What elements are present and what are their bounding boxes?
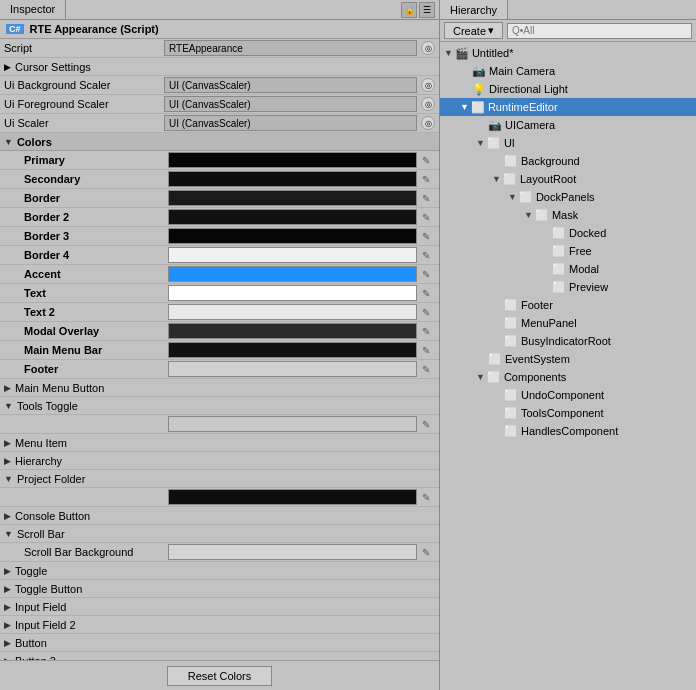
ui-scaler-value[interactable]: UI (CanvasScaler) bbox=[164, 115, 417, 131]
hierarchy-free[interactable]: ⬜ Free bbox=[440, 242, 696, 260]
button2-header[interactable]: ▶ Button 2 bbox=[0, 652, 439, 660]
hierarchy-docked[interactable]: ⬜ Docked bbox=[440, 224, 696, 242]
busy-indicator-label: BusyIndicatorRoot bbox=[521, 335, 611, 347]
color-border4-swatch[interactable] bbox=[168, 247, 417, 263]
search-box[interactable] bbox=[507, 23, 692, 39]
color-border-swatch[interactable] bbox=[168, 190, 417, 206]
color-footer-row: Footer ✎ bbox=[0, 360, 439, 379]
color-secondary-edit[interactable]: ✎ bbox=[417, 171, 435, 187]
color-modal-row: Modal Overlay ✎ bbox=[0, 322, 439, 341]
lock-button[interactable]: 🔒 bbox=[401, 2, 417, 18]
ui-bg-target[interactable]: ◎ bbox=[421, 78, 435, 92]
scroll-bar-bg-label: Scroll Bar Background bbox=[8, 546, 168, 558]
toggle-btn-tri: ▶ bbox=[4, 584, 11, 594]
button-header[interactable]: ▶ Button bbox=[0, 634, 439, 652]
cursor-settings-row[interactable]: ▶ Cursor Settings bbox=[0, 58, 439, 76]
project-folder-swatch[interactable] bbox=[168, 489, 417, 505]
ui-scaler-label: Ui Scaler bbox=[4, 117, 164, 129]
hierarchy-item-header[interactable]: ▶ Hierarchy bbox=[0, 452, 439, 470]
color-border4-edit[interactable]: ✎ bbox=[417, 247, 435, 263]
scroll-bar-header[interactable]: ▼ Scroll Bar bbox=[0, 525, 439, 543]
color-modal-swatch[interactable] bbox=[168, 323, 417, 339]
project-folder-edit[interactable]: ✎ bbox=[417, 489, 435, 505]
script-target-btn[interactable]: ◎ bbox=[421, 41, 435, 55]
color-text2-swatch[interactable] bbox=[168, 304, 417, 320]
hierarchy-main-camera[interactable]: 📷 Main Camera bbox=[440, 62, 696, 80]
menu-item-header[interactable]: ▶ Menu Item bbox=[0, 434, 439, 452]
color-accent-swatch[interactable] bbox=[168, 266, 417, 282]
inspector-tab[interactable]: Inspector bbox=[0, 0, 66, 19]
button-tri: ▶ bbox=[4, 638, 11, 648]
color-border3-swatch[interactable] bbox=[168, 228, 417, 244]
tools-toggle-header[interactable]: ▼ Tools Toggle bbox=[0, 397, 439, 415]
color-border2-edit[interactable]: ✎ bbox=[417, 209, 435, 225]
color-secondary-swatch[interactable] bbox=[168, 171, 417, 187]
handles-icon: ⬜ bbox=[504, 424, 518, 438]
hierarchy-footer[interactable]: ⬜ Footer bbox=[440, 296, 696, 314]
colors-section-header[interactable]: ▼ Colors bbox=[0, 133, 439, 151]
color-text-edit[interactable]: ✎ bbox=[417, 285, 435, 301]
color-border3-edit[interactable]: ✎ bbox=[417, 228, 435, 244]
toggle-header[interactable]: ▶ Toggle bbox=[0, 562, 439, 580]
scene-icon: 🎬 bbox=[455, 46, 469, 60]
ui-fg-value[interactable]: UI (CanvasScaler) bbox=[164, 96, 417, 112]
hierarchy-busy-indicator[interactable]: ⬜ BusyIndicatorRoot bbox=[440, 332, 696, 350]
hierarchy-background[interactable]: ⬜ Background bbox=[440, 152, 696, 170]
hierarchy-uicamera[interactable]: 📷 UICamera bbox=[440, 116, 696, 134]
color-border2-swatch[interactable] bbox=[168, 209, 417, 225]
hierarchy-handles-component[interactable]: ⬜ HandlesComponent bbox=[440, 422, 696, 440]
hierarchy-modal[interactable]: ⬜ Modal bbox=[440, 260, 696, 278]
color-text2-edit[interactable]: ✎ bbox=[417, 304, 435, 320]
project-folder-header[interactable]: ▼ Project Folder bbox=[0, 470, 439, 488]
input-field-header[interactable]: ▶ Input Field bbox=[0, 598, 439, 616]
color-modal-edit[interactable]: ✎ bbox=[417, 323, 435, 339]
color-accent-edit[interactable]: ✎ bbox=[417, 266, 435, 282]
input-field2-header[interactable]: ▶ Input Field 2 bbox=[0, 616, 439, 634]
color-mainmenu-swatch[interactable] bbox=[168, 342, 417, 358]
hierarchy-preview[interactable]: ⬜ Preview bbox=[440, 278, 696, 296]
reset-bar: Reset Colors bbox=[0, 660, 439, 690]
create-button[interactable]: Create ▾ bbox=[444, 22, 503, 39]
color-text-swatch[interactable] bbox=[168, 285, 417, 301]
hierarchy-ui[interactable]: ▼ ⬜ UI bbox=[440, 134, 696, 152]
hierarchy-dock-panels[interactable]: ▼ ⬜ DockPanels bbox=[440, 188, 696, 206]
script-value[interactable]: RTEAppearance bbox=[164, 40, 417, 56]
hierarchy-directional-light[interactable]: 💡 Directional Light bbox=[440, 80, 696, 98]
menu-panel-label: MenuPanel bbox=[521, 317, 577, 329]
hierarchy-layout-root[interactable]: ▼ ⬜ LayoutRoot bbox=[440, 170, 696, 188]
color-mainmenu-edit[interactable]: ✎ bbox=[417, 342, 435, 358]
console-btn-header[interactable]: ▶ Console Button bbox=[0, 507, 439, 525]
scene-root[interactable]: ▼ 🎬 Untitled* bbox=[440, 44, 696, 62]
scroll-bar-bg-swatch[interactable] bbox=[168, 544, 417, 560]
color-primary-label: Primary bbox=[8, 154, 168, 166]
hierarchy-tools-component[interactable]: ⬜ ToolsComponent bbox=[440, 404, 696, 422]
color-footer-edit[interactable]: ✎ bbox=[417, 361, 435, 377]
hierarchy-mask[interactable]: ▼ ⬜ Mask bbox=[440, 206, 696, 224]
hierarchy-tab[interactable]: Hierarchy bbox=[440, 0, 508, 19]
main-menu-btn-header[interactable]: ▶ Main Menu Button bbox=[0, 379, 439, 397]
menu-button[interactable]: ☰ bbox=[419, 2, 435, 18]
hierarchy-tab-bar: Hierarchy bbox=[440, 0, 696, 20]
toggle-btn-header[interactable]: ▶ Toggle Button bbox=[0, 580, 439, 598]
search-input[interactable] bbox=[512, 25, 671, 36]
ui-scaler-target[interactable]: ◎ bbox=[421, 116, 435, 130]
docked-icon: ⬜ bbox=[552, 226, 566, 240]
color-primary-row: Primary ✎ bbox=[0, 151, 439, 170]
reset-colors-button[interactable]: Reset Colors bbox=[167, 666, 273, 686]
color-primary-edit[interactable]: ✎ bbox=[417, 152, 435, 168]
tools-toggle-edit[interactable]: ✎ bbox=[417, 416, 435, 432]
runtime-editor-tri: ▼ bbox=[460, 102, 469, 112]
hierarchy-runtime-editor[interactable]: ▼ ⬜ RuntimeEditor bbox=[440, 98, 696, 116]
scroll-bar-bg-edit[interactable]: ✎ bbox=[417, 544, 435, 560]
color-footer-swatch[interactable] bbox=[168, 361, 417, 377]
ui-fg-target[interactable]: ◎ bbox=[421, 97, 435, 111]
color-border-edit[interactable]: ✎ bbox=[417, 190, 435, 206]
tools-toggle-swatch[interactable] bbox=[168, 416, 417, 432]
ui-bg-value[interactable]: UI (CanvasScaler) bbox=[164, 77, 417, 93]
hierarchy-menu-panel[interactable]: ⬜ MenuPanel bbox=[440, 314, 696, 332]
hierarchy-event-system[interactable]: ⬜ EventSystem bbox=[440, 350, 696, 368]
hierarchy-undo-component[interactable]: ⬜ UndoComponent bbox=[440, 386, 696, 404]
hierarchy-components[interactable]: ▼ ⬜ Components bbox=[440, 368, 696, 386]
color-primary-swatch[interactable] bbox=[168, 152, 417, 168]
color-text-label: Text bbox=[8, 287, 168, 299]
